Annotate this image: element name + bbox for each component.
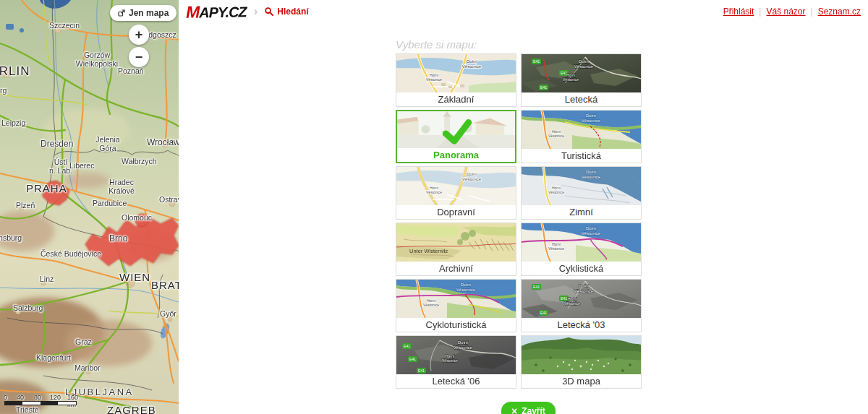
map-city-label: Maribor xyxy=(75,364,101,373)
tile-letecka-06[interactable]: E41 E41 E41 Dolní Věstonice Horní Věston… xyxy=(396,335,516,389)
map-city-label: Liberec xyxy=(69,162,94,171)
svg-text:E41: E41 xyxy=(540,85,547,90)
svg-text:Věstonice: Věstonice xyxy=(563,77,579,82)
tile-panorama[interactable]: Panorama xyxy=(396,110,516,163)
svg-text:Dolní: Dolní xyxy=(467,59,477,64)
map-city-label: Ostrava xyxy=(159,196,179,204)
tile-thumbnail: Dolní Věstonice Horní Věstonice xyxy=(522,111,641,149)
svg-text:Věstonice: Věstonice xyxy=(574,64,594,69)
map-city-label: Dresden xyxy=(41,139,73,149)
map-city-label: Wrocław xyxy=(147,138,179,147)
map-city-label: České Budějovice xyxy=(41,250,101,259)
tile-thumbnail: Dolní Věstonice Horní Věstonice xyxy=(396,54,516,92)
map-city-label: BERLIN xyxy=(0,65,30,79)
jen-mapa-label: Jen mapa xyxy=(129,8,169,18)
svg-text:E41: E41 xyxy=(418,368,425,373)
map-city-label: Regensburg xyxy=(0,234,22,243)
map-city-label: Hradec Králové xyxy=(103,178,140,195)
tile-letecka[interactable]: E41 E41 E41 Dolní Věstonice Horní Věston… xyxy=(521,53,642,107)
logo-m: M xyxy=(186,2,200,21)
svg-text:Věstonice: Věstonice xyxy=(548,134,564,138)
svg-text:Věstonice: Věstonice xyxy=(462,64,482,69)
svg-text:Věstonice: Věstonice xyxy=(442,358,458,363)
tile-3d-mapa[interactable]: 3D mapa xyxy=(521,335,642,389)
svg-text:Věstonice: Věstonice xyxy=(456,288,476,292)
tile-cykloturisticka[interactable]: Dolní Věstonice Horní Věstonice Cyklotur… xyxy=(396,279,516,332)
search-icon xyxy=(265,7,273,16)
tile-label: Letecká xyxy=(522,92,641,106)
svg-text:Dolní: Dolní xyxy=(579,59,589,64)
tile-dopravni[interactable]: Dolní Věstonice Horní Věstonice Dopravní xyxy=(396,166,516,220)
scale-bar-graphic xyxy=(4,401,77,405)
map-city-label: Gorzów Wielkopolski xyxy=(71,51,123,68)
zoom-in-button[interactable]: + xyxy=(129,25,149,45)
map-city-label: Poznań xyxy=(118,67,144,76)
map-picker-heading: Vyberte si mapu: xyxy=(396,38,477,51)
svg-text:Věstonice: Věstonice xyxy=(426,190,442,194)
tile-label: Zimní xyxy=(522,205,641,219)
top-bar: MAPY.CZ › Hledání Přihlásit | Váš názor … xyxy=(179,0,868,23)
map-city-label: Brno xyxy=(109,234,127,243)
jen-mapa-button[interactable]: Jen mapa xyxy=(110,5,176,21)
seznam-link[interactable]: Seznam.cz xyxy=(818,7,861,17)
mapy-cz-app: BERLIN Szczecin Bydgoszcz Gorzów Wielkop… xyxy=(0,0,868,414)
tile-turisticka[interactable]: Dolní Věstonice Horní Věstonice Turistic… xyxy=(521,110,642,163)
tile-label: Dopravní xyxy=(396,205,516,219)
svg-text:Věstonice: Věstonice xyxy=(582,118,601,123)
map-city-label: Graz xyxy=(75,338,92,347)
link-separator: | xyxy=(759,7,761,17)
tile-archivni[interactable]: Unter Wisternitz Archivní xyxy=(396,223,516,276)
map-city-label: Pardubice xyxy=(93,199,127,208)
tile-label: Letecká '06 xyxy=(396,374,516,388)
map-city-label: Klagenfurt xyxy=(36,354,71,363)
map-city-label: ZAGREB xyxy=(107,405,156,414)
map-city-label: Wałbrzych xyxy=(122,158,157,166)
tile-label: Cyklistická xyxy=(522,262,641,275)
svg-text:Věstonice: Věstonice xyxy=(564,301,580,306)
link-separator: | xyxy=(811,7,813,17)
svg-text:Věstonice: Věstonice xyxy=(582,231,601,236)
tile-zimni[interactable]: Dolní Věstonice Horní Věstonice Zimní xyxy=(521,166,642,220)
minus-icon: − xyxy=(135,51,143,64)
close-icon: × xyxy=(511,406,517,414)
map-city-label: Olomouc xyxy=(122,214,152,223)
map-city-label: WIEN xyxy=(119,272,150,284)
map-type-grid: Dolní Věstonice Horní Věstonice Základní xyxy=(396,53,642,389)
scale-tick: 40 xyxy=(17,394,24,401)
svg-text:Dolní: Dolní xyxy=(467,172,477,176)
svg-text:Dolní: Dolní xyxy=(461,283,471,287)
map-city-label: BRATISLAVA xyxy=(151,280,179,292)
map-city-label: Salzburg xyxy=(13,304,43,313)
svg-text:E41: E41 xyxy=(533,285,540,289)
svg-text:E41: E41 xyxy=(409,357,416,361)
svg-text:Dolní: Dolní xyxy=(579,284,589,288)
svg-text:Dolní: Dolní xyxy=(586,170,596,174)
map-canvas[interactable]: BERLIN Szczecin Bydgoszcz Gorzów Wielkop… xyxy=(0,0,179,414)
scale-tick: 80 xyxy=(34,394,41,401)
tile-zakladni[interactable]: Dolní Věstonice Horní Věstonice Základní xyxy=(396,53,516,107)
tile-label: 3D mapa xyxy=(522,374,641,388)
plus-icon: + xyxy=(135,28,143,41)
scale-tick: 120 xyxy=(50,394,61,401)
login-link[interactable]: Přihlásit xyxy=(723,7,754,17)
search-button[interactable]: Hledání xyxy=(265,7,308,17)
tile-label: Letecká '03 xyxy=(522,318,641,332)
feedback-link[interactable]: Váš názor xyxy=(766,7,805,17)
close-button[interactable]: × Zavřít xyxy=(501,402,556,414)
search-label: Hledání xyxy=(277,7,308,17)
map-city-label: PRAHA xyxy=(26,183,67,195)
mapy-cz-logo[interactable]: MAPY.CZ xyxy=(186,1,247,22)
tile-letecka-03[interactable]: E41 E41 E41 Dolní Věstonice Horní Věston… xyxy=(521,279,642,332)
svg-text:Věstonice: Věstonice xyxy=(574,289,594,293)
map-city-label: Szczecin xyxy=(49,22,80,30)
tile-label: Základní xyxy=(396,92,516,106)
tile-cyklisticka[interactable]: Dolní Věstonice Horní Věstonice Cyklisti… xyxy=(521,223,642,276)
tile-thumbnail: Dolní Věstonice Horní Věstonice xyxy=(522,223,641,262)
tile-thumbnail: E41 E41 E41 Dolní Věstonice Horní Věston… xyxy=(522,280,641,318)
tile-label: Archivní xyxy=(396,262,516,275)
map-scale-bar: 0 40 80 120 160 km xyxy=(4,394,87,405)
scale-tick: 0 xyxy=(4,394,7,401)
top-links: Přihlásit | Váš názor | Seznam.cz xyxy=(723,7,861,17)
zoom-out-button[interactable]: − xyxy=(129,47,149,67)
tile-label: Turistická xyxy=(522,149,641,163)
